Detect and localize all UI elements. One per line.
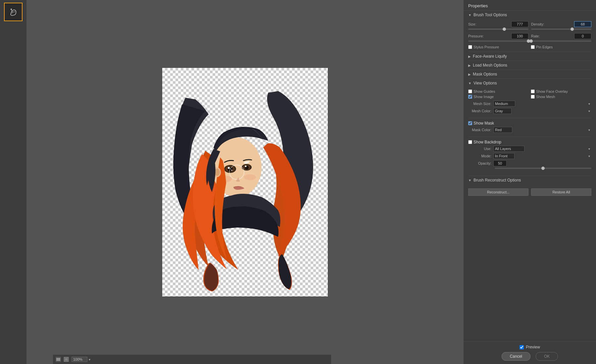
rate-label: Rate:: [531, 34, 540, 38]
preview-row: Preview: [468, 345, 591, 349]
face-aware-title: Face-Aware Liquify: [473, 54, 507, 59]
size-column: Size:: [468, 21, 528, 32]
size-slider-track[interactable]: [468, 28, 528, 30]
svg-rect-21: [65, 358, 68, 361]
svg-rect-17: [56, 358, 60, 359]
load-mesh-header[interactable]: ▶ Load Mesh Options: [464, 61, 596, 70]
mesh-color-row: Mesh Color: Gray Black White Red: [468, 108, 591, 114]
zoom-dropdown-icon[interactable]: ▾: [89, 358, 90, 361]
mesh-color-select[interactable]: Gray Black White Red: [493, 108, 512, 114]
show-backdrop-label: Show Backdrop: [473, 140, 501, 144]
show-guides-label: Show Guides: [473, 89, 495, 93]
show-guides-checkbox[interactable]: [468, 89, 472, 93]
view-options-content: Show Guides Show Face Overlay Show Image: [464, 87, 596, 118]
left-tool-panel: [0, 0, 26, 364]
panel-title: Properties: [464, 0, 596, 11]
show-mask-checkbox[interactable]: [468, 121, 472, 125]
panel-title-text: Properties: [468, 3, 488, 8]
show-face-overlay-row: Show Face Overlay: [531, 89, 591, 93]
stylus-pressure-row: Stylus Pressure: [468, 45, 529, 49]
pressure-column: Pressure:: [468, 33, 528, 44]
mask-color-label: Mask Color:: [468, 128, 491, 132]
ok-button[interactable]: OK: [536, 352, 558, 361]
opacity-slider-thumb[interactable]: [541, 167, 545, 170]
face-aware-arrow: ▶: [468, 55, 471, 58]
brush-tool-content: Size: Density:: [464, 19, 596, 52]
show-guides-row: Show Guides: [468, 89, 529, 93]
show-image-checkbox[interactable]: [468, 95, 472, 99]
show-backdrop-checkbox[interactable]: [468, 140, 472, 144]
backdrop-use-label: Use:: [468, 147, 491, 151]
rate-slider-thumb[interactable]: [529, 39, 533, 43]
reconstruct-arrow: ▼: [468, 179, 472, 182]
preview-checkbox[interactable]: [520, 345, 524, 349]
rate-input[interactable]: [574, 33, 591, 39]
liquify-brush-tool[interactable]: [4, 3, 23, 21]
pin-edges-checkbox[interactable]: [531, 45, 535, 49]
reconstruct-button[interactable]: Reconstruct...: [468, 188, 528, 196]
reconstruct-content: Reconstruct... Restore All: [464, 184, 596, 198]
status-bar: 100% ▾: [53, 355, 331, 364]
mask-color-row: Mask Color: Red Green Blue: [468, 127, 591, 133]
backdrop-use-row: Use: All Layers Current Layer: [468, 146, 591, 152]
opacity-slider-track[interactable]: [495, 168, 591, 169]
svg-point-14: [244, 174, 256, 180]
layer-icon[interactable]: [56, 357, 61, 362]
view-options-title: View Options: [473, 81, 497, 85]
mask-options-header[interactable]: ▶ Mask Options: [464, 70, 596, 78]
stylus-pressure-checkbox[interactable]: [468, 45, 472, 49]
right-properties-panel: Properties ▼ Brush Tool Options Size:: [464, 0, 596, 364]
reconstruct-title: Brush Reconstruct Options: [473, 178, 521, 182]
show-backdrop-row: Show Backdrop: [468, 140, 591, 144]
density-label: Density:: [531, 22, 544, 26]
show-image-row: Show Image: [468, 95, 529, 99]
show-backdrop-section: Show Backdrop Use: All Layers Current La…: [464, 137, 596, 176]
brush-tool-title: Brush Tool Options: [473, 13, 507, 17]
backdrop-mode-row: Mode: In Front Behind Blend: [468, 153, 591, 159]
pressure-slider-track[interactable]: [468, 40, 528, 42]
reconstruct-header[interactable]: ▼ Brush Reconstruct Options: [464, 176, 596, 184]
backdrop-use-select[interactable]: All Layers Current Layer: [493, 146, 524, 152]
density-slider-thumb[interactable]: [571, 27, 574, 31]
cancel-button[interactable]: Cancel: [502, 352, 530, 361]
panel-footer: Preview Cancel OK: [464, 341, 596, 364]
density-column: Density:: [531, 21, 591, 32]
svg-rect-19: [56, 360, 60, 361]
canvas-container[interactable]: [162, 68, 328, 296]
load-mesh-title: Load Mesh Options: [473, 63, 507, 68]
mesh-size-select[interactable]: Medium Small Large: [493, 101, 515, 107]
restore-all-button[interactable]: Restore All: [531, 188, 591, 196]
show-mask-label: Show Mask: [473, 121, 494, 126]
face-aware-header[interactable]: ▶ Face-Aware Liquify: [464, 52, 596, 61]
mask-options-title: Mask Options: [473, 72, 497, 77]
view-options-arrow: ▼: [468, 81, 472, 85]
rate-slider-track[interactable]: [531, 40, 591, 42]
backdrop-opacity-label: Opacity:: [468, 161, 491, 165]
show-image-label: Show Image: [473, 95, 494, 99]
show-face-overlay-label: Show Face Overlay: [536, 89, 568, 93]
view-options-header[interactable]: ▼ View Options: [464, 79, 596, 87]
svg-point-0: [11, 9, 12, 10]
panel-body: ▼ Brush Tool Options Size:: [464, 11, 596, 341]
density-slider-track[interactable]: [531, 28, 591, 30]
canvas-icon[interactable]: [64, 357, 69, 362]
svg-rect-18: [56, 359, 60, 360]
size-label: Size:: [468, 22, 476, 26]
mask-options-arrow: ▶: [468, 73, 471, 76]
mesh-size-label: Mesh Size:: [468, 102, 491, 106]
zoom-value: 100%: [72, 357, 87, 362]
zoom-control[interactable]: 100% ▾: [72, 357, 90, 362]
show-face-overlay-checkbox[interactable]: [531, 89, 535, 93]
brush-tool-options-header[interactable]: ▼ Brush Tool Options: [464, 11, 596, 19]
size-slider-thumb[interactable]: [503, 27, 506, 31]
load-mesh-arrow: ▶: [468, 64, 471, 67]
backdrop-opacity-input[interactable]: [493, 160, 507, 166]
pin-edges-row: Pin Edges: [531, 45, 591, 49]
backdrop-mode-select[interactable]: In Front Behind Blend: [493, 153, 515, 159]
rate-column: Rate:: [531, 33, 591, 44]
density-input[interactable]: [574, 21, 591, 27]
show-mesh-checkbox[interactable]: [531, 95, 535, 99]
pressure-input[interactable]: [511, 33, 528, 39]
mask-color-select[interactable]: Red Green Blue: [493, 127, 512, 133]
size-input[interactable]: [511, 21, 528, 27]
